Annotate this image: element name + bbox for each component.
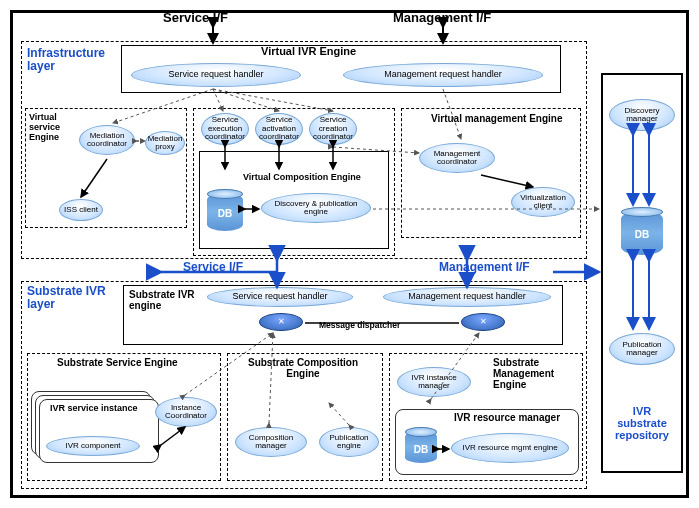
message-dispatcher-label: Message dispatcher	[319, 321, 400, 330]
db-composition: DB	[207, 193, 243, 231]
substrate-composition-label: Substrate Composition Engine	[243, 357, 363, 379]
virtualization-client: Virtualization client	[511, 187, 575, 217]
virtual-ivr-engine-label: Virtual IVR Engine	[261, 45, 356, 57]
mgmt-request-handler-infra: Management request handler	[343, 63, 543, 87]
service-exec-coord: Service execution coordinator	[201, 113, 249, 145]
ivr-instance-manager: IVR instance manager	[397, 367, 471, 397]
publication-engine: Publication engine	[319, 427, 379, 457]
svc-request-handler-sub: Service request handler	[207, 287, 353, 307]
ivr-service-instance-label: IVR service instance	[50, 404, 160, 414]
top-service-if: Service I/F	[163, 11, 228, 25]
db-repo: DB	[621, 211, 663, 255]
db-resource: DB	[405, 431, 437, 463]
ivr-resource-manager-label: IVR resource manager	[420, 412, 594, 423]
ivr-component: IVR component	[46, 436, 140, 456]
svc-request-handler-infra: Service request handler	[131, 63, 301, 87]
infrastructure-layer-label: Infrastructure layer	[27, 47, 117, 73]
mediation-coordinator: Mediation coordinator	[79, 125, 135, 155]
ivr-instance-front: IVR service instance IVR component	[39, 399, 159, 463]
router-left	[259, 313, 303, 331]
substrate-ivr-engine-label: Substrate IVR engine	[129, 289, 195, 311]
virtual-mgmt-engine-label: Virtual management Engine	[431, 113, 563, 124]
management-coordinator: Management coordinator	[419, 143, 495, 173]
router-right	[461, 313, 505, 331]
service-act-coord: Service activation coordinator	[255, 113, 303, 145]
top-management-if: Management I/F	[393, 11, 491, 25]
ivr-substrate-repository-label: IVR substrate repository	[609, 405, 675, 441]
instance-coordinator: Instance Coordinator	[155, 397, 217, 427]
publication-manager: Publication manager	[609, 333, 675, 365]
substrate-service-engine-label: Substrate Service Engine	[57, 357, 178, 368]
virtual-service-engine-label: Virtual service Engine	[29, 113, 79, 143]
service-create-coord: Service creation coordinator	[309, 113, 357, 145]
composition-manager: Composition manager	[235, 427, 307, 457]
diagram-frame: Service I/F Management I/F Infrastructur…	[10, 10, 689, 498]
substrate-layer-label: Substrate IVR layer	[27, 285, 117, 311]
iss-client: ISS client	[59, 199, 103, 221]
mediation-proxy: Mediation proxy	[145, 131, 185, 155]
mid-management-if: Management I/F	[439, 261, 530, 274]
substrate-mgmt-label: Substrate Management Engine	[493, 357, 575, 390]
discovery-manager: Discovery manager	[609, 99, 675, 131]
mid-service-if: Service I/F	[183, 261, 243, 274]
virtual-composition-engine-label: Virtual Composition Engine	[243, 173, 361, 183]
mgmt-request-handler-sub: Management request handler	[383, 287, 551, 307]
discovery-publication-engine: Discovery & publication engine	[261, 193, 371, 223]
virtual-mgmt-engine-box	[401, 108, 581, 238]
ivr-resource-mgmt-engine: IVR resource mgmt engine	[451, 433, 569, 463]
